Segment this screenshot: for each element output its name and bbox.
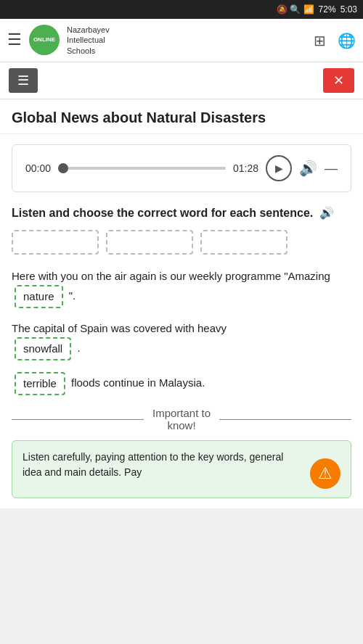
tip-text: Listen carefully, paying attention to th… bbox=[23, 450, 303, 480]
answer-terrible[interactable]: terrible bbox=[15, 372, 65, 395]
page-title: Global News about Natural Disasters bbox=[0, 99, 363, 134]
instructions: Listen and choose the correct word for e… bbox=[12, 205, 351, 221]
main-content: 00:00 01:28 ▶ 🔊 — Listen and choose the … bbox=[0, 134, 363, 508]
important-row: Important to know! bbox=[12, 407, 351, 432]
sentence-2-before: The capital of Spain was covered with he… bbox=[12, 322, 227, 334]
word-box-3[interactable] bbox=[200, 230, 287, 255]
line-left bbox=[12, 419, 144, 420]
sentence-2-after: . bbox=[77, 342, 80, 354]
menu-button[interactable]: ☰ bbox=[9, 68, 38, 93]
tip-box: Listen carefully, paying attention to th… bbox=[12, 440, 351, 498]
word-boxes-row bbox=[12, 230, 351, 255]
warning-button[interactable]: ⚠ bbox=[310, 458, 340, 489]
current-time: 00:00 bbox=[25, 162, 51, 174]
answer-nature[interactable]: nature bbox=[15, 285, 63, 308]
close-button[interactable]: ✕ bbox=[323, 68, 354, 93]
progress-bar[interactable] bbox=[58, 167, 226, 170]
battery-level: 72% bbox=[319, 4, 336, 15]
answer-snowfall[interactable]: snowfall bbox=[15, 337, 71, 360]
nav-left: ☰ ONLINE NazarbayevIntellectualSchools bbox=[7, 25, 110, 56]
grid-icon[interactable]: ⊞ bbox=[314, 32, 326, 49]
progress-thumb bbox=[58, 163, 68, 173]
status-bar: 🔕 🔍 📶 72% 5:03 bbox=[0, 0, 363, 19]
word-box-1[interactable] bbox=[12, 230, 99, 255]
sentence-1: Here with you on the air again is our we… bbox=[12, 268, 351, 308]
volume-slider[interactable]: — bbox=[325, 161, 338, 176]
volume-icon[interactable]: 🔊 bbox=[299, 160, 317, 177]
sentence-3: terrible floods continue in Malaysia. bbox=[12, 372, 351, 395]
sentence-1-after: ". bbox=[69, 289, 76, 302]
word-box-2[interactable] bbox=[106, 230, 193, 255]
total-time: 01:28 bbox=[233, 162, 258, 174]
top-nav: ☰ ONLINE NazarbayevIntellectualSchools ⊞… bbox=[0, 19, 363, 62]
play-button[interactable]: ▶ bbox=[266, 155, 292, 181]
speaker-icon[interactable]: 🔊 bbox=[319, 207, 334, 219]
school-name: NazarbayevIntellectualSchools bbox=[67, 25, 110, 56]
line-right bbox=[219, 419, 351, 420]
second-bar: ☰ ✕ bbox=[0, 62, 363, 99]
sentence-1-before: Here with you on the air again is our we… bbox=[12, 270, 330, 282]
hamburger-icon[interactable]: ☰ bbox=[7, 30, 22, 49]
clock: 5:03 bbox=[340, 4, 357, 15]
status-icons: 🔕 🔍 📶 bbox=[277, 4, 314, 15]
globe-icon[interactable]: 🌐 bbox=[338, 32, 356, 49]
online-mektep-logo: ONLINE bbox=[29, 25, 60, 55]
audio-player: 00:00 01:28 ▶ 🔊 — bbox=[12, 144, 351, 192]
sentence-3-after: floods continue in Malaysia. bbox=[71, 376, 205, 389]
sentence-2: The capital of Spain was covered with he… bbox=[12, 320, 351, 360]
nav-right: ⊞ 🌐 bbox=[314, 32, 356, 49]
important-label: Important to know! bbox=[152, 407, 211, 432]
